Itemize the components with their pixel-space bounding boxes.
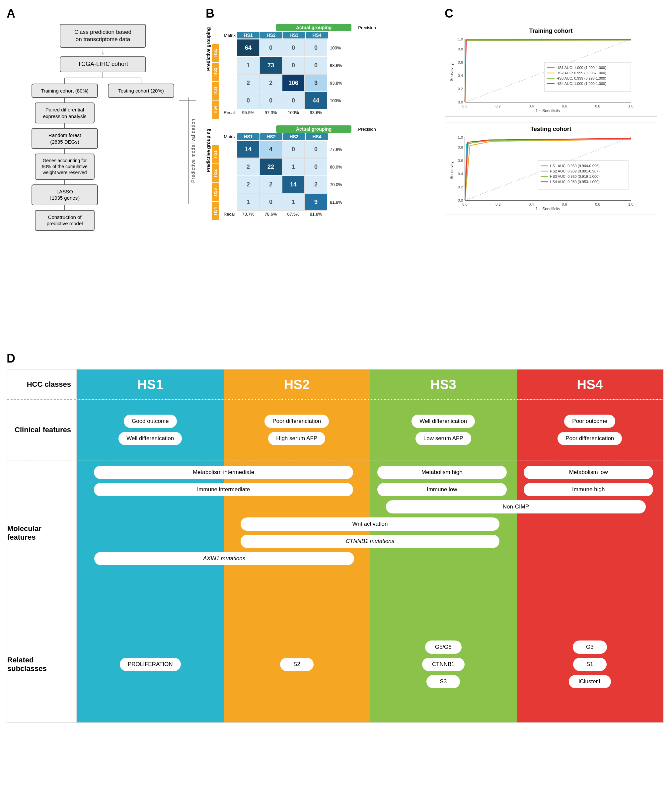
panel-a: A Class prediction basedon transcriptome… (7, 7, 199, 231)
s2-pill: S2 (280, 658, 314, 671)
hs2-clinical: Poor differenciation High serum AFP (224, 400, 370, 460)
fc-paired-diff: Paired differentialexpression analysis (35, 102, 95, 124)
hs1-badge: HS1 (137, 377, 163, 392)
hs2-clinical-pill2: High serum AFP (268, 432, 325, 445)
metabolism-high-pill: Metabolism high (377, 466, 507, 479)
svg-text:HS2 AUC: 0.939 (0.891-0.987): HS2 AUC: 0.939 (0.891-0.987) (550, 169, 600, 173)
svg-text:Sensitivity: Sensitivity (449, 63, 454, 81)
immune-low-pill: Immune low (377, 483, 507, 496)
hs4-clinical-pill2: Poor differenication (558, 432, 622, 445)
hs3-clinical: Well differenication Low serum AFP (370, 400, 517, 460)
svg-text:HS1 AUC: 1.000 (1.000-1.000): HS1 AUC: 1.000 (1.000-1.000) (557, 66, 606, 70)
s3-pill: S3 (426, 675, 460, 688)
hcc-label: HCC classes (7, 369, 77, 399)
g3-pill: G3 (573, 641, 607, 654)
hs1-subclass: PROLIFERATION (77, 606, 224, 723)
svg-text:0.6: 0.6 (458, 60, 463, 64)
hs3-clinical-pill2: Low serum AFP (416, 432, 471, 445)
non-cimp-pill: Non-CIMP (386, 500, 646, 513)
hs3-clinical-pill1: Well differenication (411, 415, 475, 428)
hcc-classes-row: HCC classes HS1 HS2 HS3 HS4 (7, 369, 663, 400)
clinical-label: Clinical features (7, 400, 77, 460)
fc-step2: TCGA-LIHC cohort (60, 57, 146, 72)
wnt-activation-pill: Wnt activation (241, 518, 500, 531)
panel-c: C Training cohort 0.0 0.2 0.4 0.6 0.8 1.… (445, 7, 664, 215)
svg-text:HS3 AUC: 0.960 (0.919-1.000): HS3 AUC: 0.960 (0.919-1.000) (550, 174, 600, 179)
svg-text:Sensitivity: Sensitivity (449, 162, 454, 179)
svg-text:1 − Specificity: 1 − Specificity (536, 109, 560, 112)
svg-text:HS3 AUC: 0.999 (0.998-1.000): HS3 AUC: 0.999 (0.998-1.000) (557, 76, 606, 80)
metabolism-low-pill: Metabolism low (524, 466, 653, 479)
hs2-badge: HS2 (284, 377, 309, 392)
molecular-features-row: Molecular features (7, 461, 663, 606)
svg-text:0.4: 0.4 (529, 104, 533, 108)
ctnnb1-mutations-pill: CTNNB1 mutations (241, 535, 500, 548)
section-d-table: HCC classes HS1 HS2 HS3 HS4 Clinical fea… (7, 369, 664, 723)
ctnnb1-pill: CTNNB1 (422, 658, 465, 671)
roc-testing-chart: 0.0 0.2 0.4 0.6 0.8 1.0 0.0 0.2 0.4 0.6 … (448, 134, 641, 210)
svg-text:0.2: 0.2 (458, 185, 463, 189)
hs4-clinical: Poor outcome Poor differenication (517, 400, 664, 460)
immune-high-pill: Immune high (524, 483, 653, 496)
fc-step1: Class prediction basedon transcriptome d… (60, 24, 146, 48)
svg-text:0.2: 0.2 (495, 104, 500, 108)
svg-text:0.0: 0.0 (462, 202, 467, 206)
panel-a-label: A (7, 7, 15, 20)
axin1-mutations-pill: AXIN1 mutations (94, 552, 354, 565)
hs4-clinical-pill1: Poor outcome (564, 415, 615, 428)
panel-c-label: C (445, 7, 453, 20)
svg-text:0.4: 0.4 (529, 202, 533, 206)
molecular-label: Molecular features (7, 461, 77, 606)
fc-arrow1: ↓ (101, 48, 105, 56)
fc-predictive: Construction ofpredictive model (35, 210, 95, 231)
svg-text:0.4: 0.4 (458, 172, 463, 176)
subclass-label: Related subclasses (7, 606, 77, 723)
panel-d-label: D (7, 352, 15, 365)
hs1-header: HS1 (77, 369, 224, 399)
svg-text:1 − Specificity: 1 − Specificity (536, 207, 560, 210)
svg-text:HS2 AUC: 0.999 (0.998-1.000): HS2 AUC: 0.999 (0.998-1.000) (557, 71, 606, 75)
clinical-features-row: Clinical features Good outcome Well diff… (7, 400, 663, 461)
hs1-clinical: Good outcome Well differenication (77, 400, 224, 460)
panel-d: D HCC classes HS1 HS2 HS3 HS4 Clinical f… (7, 352, 664, 723)
svg-text:0.0: 0.0 (458, 199, 463, 202)
fc-genes90: Genes accounting for90% of the cumulativ… (35, 154, 95, 180)
fc-testing: Testing cohort (20%) (108, 83, 174, 98)
hs1-clinical-pill2: Well differenication (119, 432, 182, 445)
proliferation-pill: PROLIFERATION (120, 658, 181, 671)
svg-text:1.0: 1.0 (628, 104, 633, 108)
svg-text:0.8: 0.8 (458, 145, 463, 149)
molecular-content: Metabolism intermediate Metabolism high … (77, 461, 663, 606)
svg-text:0.6: 0.6 (562, 104, 567, 108)
svg-text:0.4: 0.4 (458, 73, 463, 78)
roc-testing-title: Testing cohort (448, 126, 654, 133)
svg-text:HS1 AUC: 0.950 (0.904-0.996): HS1 AUC: 0.950 (0.904-0.996) (550, 164, 600, 168)
svg-text:0.0: 0.0 (458, 100, 463, 104)
svg-text:0.8: 0.8 (595, 202, 600, 206)
hs1-clinical-pill1: Good outcome (124, 415, 177, 428)
hs4-header: HS4 (517, 369, 664, 399)
svg-text:1.0: 1.0 (458, 37, 463, 41)
svg-text:1.0: 1.0 (458, 135, 463, 139)
s1-pill: S1 (573, 658, 607, 671)
roc-training-title: Training cohort (448, 28, 654, 35)
hs4-subclass: G3 S1 iCluster1 (517, 606, 664, 723)
svg-text:0.2: 0.2 (495, 202, 500, 206)
panel-b: B Predictive grouping HS1 HS2 HS3 HS4 Ac… (206, 7, 438, 227)
fc-training: Training cohort (80%) (32, 83, 98, 98)
svg-text:0.6: 0.6 (458, 159, 463, 162)
hs2-subclass: S2 (224, 606, 370, 723)
svg-text:HS4 AUC: 1.000 (1.000-1.000): HS4 AUC: 1.000 (1.000-1.000) (557, 82, 606, 85)
fc-lasso: LASSO（1935 genes） (32, 184, 98, 205)
roc-testing: Testing cohort 0.0 0.2 0.4 0.6 0.8 1.0 0… (445, 122, 657, 215)
hs3-subclass: G5/G6 CTNNB1 S3 (370, 606, 517, 723)
hs3-badge: HS3 (430, 377, 456, 392)
panel-b-label: B (206, 7, 214, 20)
testing-matrix: Predictive grouping HS1 HS2 HS3 HS4 Actu… (206, 125, 438, 220)
hs2-clinical-pill1: Poor differenciation (264, 415, 329, 428)
svg-text:0.8: 0.8 (458, 47, 463, 51)
roc-training-chart: 0.0 0.2 0.4 0.6 0.8 1.0 0.0 0.2 0.4 0.6 … (448, 36, 641, 112)
svg-text:1.0: 1.0 (628, 202, 633, 206)
training-matrix: Predictive grouping HS1 HS2 HS3 HS4 Actu… (206, 24, 438, 119)
related-subclasses-row: Related subclasses PROLIFERATION S2 G5/G… (7, 606, 663, 723)
